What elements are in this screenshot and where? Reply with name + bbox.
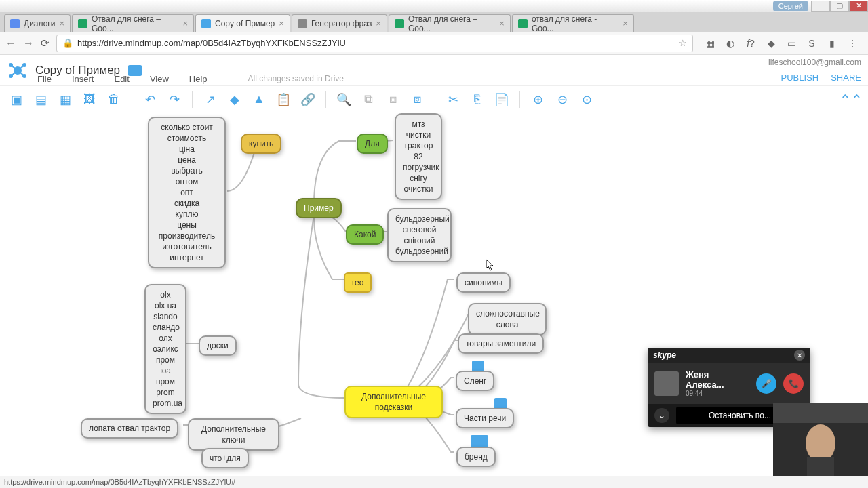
tab-label: отвал для снега - Goo...	[532, 14, 618, 33]
node-prices-list[interactable]: сколько стоит стоимость ціна цена выбрат…	[148, 117, 226, 268]
node-bulldozer-list[interactable]: бульдозерный снеговой сніговий бульдозер…	[387, 208, 452, 262]
close-icon[interactable]: ✕	[794, 350, 805, 361]
app-logo-icon	[7, 60, 28, 81]
tab-otval2[interactable]: Отвал для снега – Goo...×	[389, 14, 511, 32]
color-button[interactable]: ◆	[224, 89, 245, 110]
tab-label: Copy of Пример	[215, 19, 275, 28]
attach-button[interactable]: 🔗	[297, 89, 319, 110]
share-button[interactable]: SHARE	[831, 73, 861, 83]
delete-button[interactable]: 🗑	[103, 89, 125, 110]
tab-dialogs[interactable]: Диалоги×	[4, 14, 71, 32]
node-slozhno[interactable]: сложносотавные слова	[468, 303, 547, 336]
menu-edit[interactable]: Edit	[114, 74, 129, 84]
node-lopata[interactable]: лопата отвал трактор	[81, 418, 178, 439]
close-icon[interactable]: ×	[499, 18, 505, 28]
call-duration: 09:44	[686, 390, 749, 397]
mute-button[interactable]: 🎤	[756, 373, 776, 394]
node-chasti[interactable]: Части речи	[456, 408, 514, 428]
node-sinonimy[interactable]: синонимы	[456, 272, 511, 293]
paste-button[interactable]: 📄	[491, 89, 513, 110]
close-icon[interactable]: ×	[376, 18, 381, 28]
close-button[interactable]: ✕	[849, 1, 868, 12]
picture-button[interactable]: ▲	[248, 89, 270, 110]
reload-button[interactable]: ⟳	[41, 37, 50, 49]
url-text: https://drive.mindmup.com/map/0B5d4IAzTb…	[77, 38, 346, 48]
back-button[interactable]: ←	[5, 37, 16, 49]
avatar	[654, 371, 679, 396]
svg-point-10	[806, 424, 835, 462]
zoom-fit-button[interactable]: ⊙	[576, 89, 597, 110]
menu-insert[interactable]: Insert	[72, 74, 94, 84]
ext-icon[interactable]: ◐	[724, 37, 736, 49]
add-sibling-button[interactable]: ▦	[54, 89, 76, 110]
ext-icon[interactable]: ▦	[704, 37, 716, 49]
close-icon[interactable]: ×	[59, 18, 64, 28]
expand-button[interactable]: ⧈	[382, 89, 403, 110]
skype-logo: skype	[653, 350, 676, 360]
node-chto-dlya[interactable]: что+для	[201, 448, 249, 468]
tab-copy-primer[interactable]: Copy of Пример×	[195, 14, 290, 32]
user-badge: Сергей	[773, 1, 808, 11]
minimize-button[interactable]: —	[811, 1, 830, 12]
node-kakoi[interactable]: Какой	[346, 224, 384, 245]
node-sleng[interactable]: Сленг	[456, 371, 494, 391]
address-bar: ← → ⟳ 🔒 https://drive.mindmup.com/map/0B…	[0, 32, 868, 55]
add-child-button[interactable]: ▤	[30, 89, 52, 110]
menu-help[interactable]: Help	[189, 74, 208, 84]
tab-otval3[interactable]: отвал для снега - Goo...×	[512, 14, 634, 32]
collapse-button[interactable]: ⧉	[357, 89, 379, 110]
bookmark-star-icon[interactable]: ☆	[679, 38, 687, 48]
menu-file[interactable]: File	[37, 74, 52, 84]
node-tovary[interactable]: товары заментили	[458, 333, 544, 354]
node-dop-podskazki[interactable]: Дополнительные подсказки	[344, 386, 443, 418]
caller-name: Женя Алекса...	[686, 369, 749, 390]
user-email[interactable]: lifeschool100@gmail.com	[768, 58, 861, 67]
node-boards-list[interactable]: olx olx ua slando сландо олх оэликс пром…	[144, 284, 186, 414]
close-icon[interactable]: ×	[182, 18, 188, 28]
add-node-button[interactable]: ▣	[5, 89, 27, 110]
ext-icon[interactable]: ▮	[826, 37, 838, 49]
menu-icon[interactable]: ⋮	[846, 37, 859, 49]
publish-button[interactable]: PUBLISH	[781, 73, 819, 83]
image-button[interactable]: 🖼	[79, 89, 100, 110]
maximize-button[interactable]: ▢	[830, 1, 849, 12]
node-primer[interactable]: Пример	[296, 198, 342, 218]
ext-icon[interactable]: ◆	[765, 37, 777, 49]
zoom-in-button[interactable]: ⊕	[527, 89, 549, 110]
copy-button[interactable]: ⎘	[467, 89, 488, 110]
undo-button[interactable]: ↶	[139, 89, 161, 110]
tab-otval1[interactable]: Отвал для снега – Goo...×	[72, 14, 194, 32]
ext-icon[interactable]: f?	[745, 37, 757, 49]
node-tractor-list[interactable]: мтз чистки трактор 82 погрузчик снігу оч…	[395, 113, 442, 200]
cut-button[interactable]: ✂	[442, 89, 464, 110]
node-kupit[interactable]: купить	[241, 134, 281, 154]
url-input[interactable]: 🔒 https://drive.mindmup.com/map/0B5d4IAz…	[56, 35, 693, 52]
close-icon[interactable]: ×	[623, 18, 628, 28]
connect-button[interactable]: ↗	[199, 89, 221, 110]
redo-button[interactable]: ↷	[163, 89, 185, 110]
node-brand[interactable]: бренд	[456, 447, 496, 467]
search-button[interactable]: 🔍	[333, 89, 355, 110]
forward-button[interactable]: →	[23, 37, 34, 49]
node-dop-kluchi[interactable]: Дополнительные ключи	[188, 418, 279, 451]
close-icon[interactable]: ×	[279, 18, 284, 28]
lock-icon: 🔒	[62, 38, 73, 48]
layout-button[interactable]: ⧇	[406, 89, 428, 110]
tab-generator[interactable]: Генератор фраз×	[292, 14, 387, 32]
toolbar: ▣ ▤ ▦ 🖼 🗑 ↶ ↷ ↗ ◆ ▲ 📋 🔗 🔍 ⧉ ⧈ ⧇ ✂ ⎘ 📄 ⊕ …	[0, 86, 868, 113]
node-dlya[interactable]: Для	[357, 134, 388, 154]
ext-icon[interactable]: S	[806, 37, 818, 49]
menu-view[interactable]: View	[150, 74, 169, 84]
note-button[interactable]: 📋	[273, 89, 294, 110]
expand-toolbar-icon[interactable]: ⌃⌃	[840, 92, 863, 108]
zoom-out-button[interactable]: ⊖	[551, 89, 573, 110]
node-doski[interactable]: доски	[199, 336, 237, 356]
window-titlebar: Сергей — ▢ ✕	[0, 0, 868, 12]
node-geo[interactable]: гео	[344, 272, 372, 293]
menu-bar: File Insert Edit View Help All changes s…	[37, 74, 344, 84]
skype-titlebar[interactable]: skype ✕	[648, 348, 810, 363]
extension-icons: ▦ ◐ f? ◆ ▭ S ▮ ⋮	[700, 37, 863, 49]
chevron-down-icon[interactable]: ⌄	[654, 408, 669, 423]
ext-icon[interactable]: ▭	[785, 37, 797, 49]
hangup-button[interactable]: 📞	[783, 373, 804, 394]
